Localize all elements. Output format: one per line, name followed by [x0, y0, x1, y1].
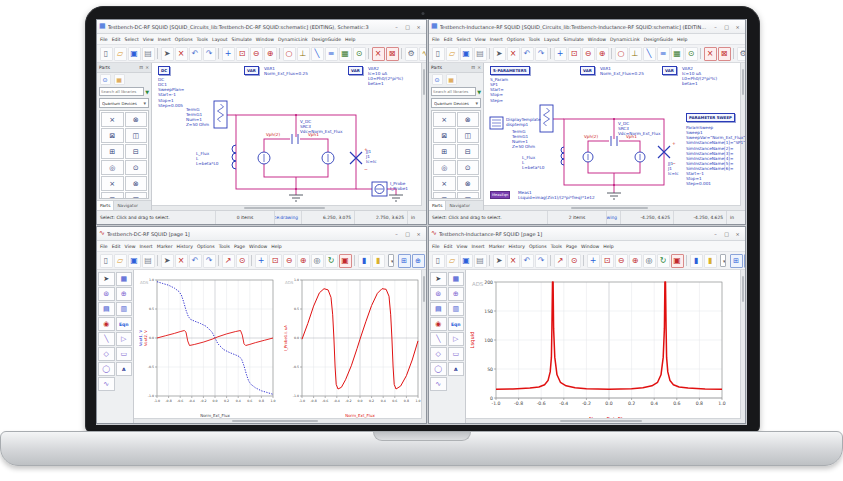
equation-icon[interactable]: Eqn	[116, 317, 133, 331]
list-plot-icon[interactable]: ▤	[430, 302, 447, 316]
plot-symbol-icon[interactable]: ∿	[98, 377, 115, 391]
menu-insert[interactable]: Insert	[140, 244, 153, 249]
open-folder-icon[interactable]: ▱	[446, 47, 459, 61]
zoom-in-icon[interactable]: ⊕	[297, 254, 310, 268]
smith-chart-icon[interactable]: ⊕	[116, 287, 133, 301]
quantum-part-icon[interactable]: ⊠	[101, 128, 124, 143]
insert-vtest-icon[interactable]: ▦	[671, 47, 684, 61]
menu-tools[interactable]: Tools	[551, 244, 562, 249]
schematic-canvas-dc-squid[interactable]: + − DCDC DC1 SweepPlan= Start=-1 Stop=1 …	[152, 63, 426, 210]
dataset-alt-icon[interactable]: ▮	[704, 254, 717, 268]
menu-insert[interactable]: Insert	[472, 244, 485, 249]
quantum-part-icon[interactable]: ⊗	[457, 112, 480, 127]
menu-tools[interactable]: Tools	[529, 37, 540, 42]
tuning-icon[interactable]: ∿	[419, 47, 427, 61]
library-browser-icon[interactable]: ▦	[446, 74, 457, 85]
quantum-part-icon[interactable]: ⊟	[457, 144, 480, 159]
menu-options[interactable]: Options	[507, 37, 525, 42]
redo-icon[interactable]: ↷	[203, 47, 216, 61]
maximize-button[interactable]: □	[402, 229, 413, 239]
marker-history-icon[interactable]: ⊙	[236, 254, 249, 268]
quantum-part-icon[interactable]: ⊞	[433, 144, 456, 159]
rect-plot-icon[interactable]: ▦	[448, 272, 465, 286]
zoom-in-view-icon[interactable]: ⊕	[412, 254, 425, 268]
zoom-fit-icon[interactable]: ⊞	[398, 254, 411, 268]
menu-options[interactable]: Options	[529, 244, 547, 249]
save-icon[interactable]: ▣	[460, 254, 473, 268]
new-file-icon[interactable]: ▯	[432, 254, 445, 268]
quantum-part-icon[interactable]: ⊠	[101, 192, 124, 199]
menu-page[interactable]: Page	[566, 244, 577, 249]
node-name-icon[interactable]: ⊙	[685, 47, 698, 61]
menu-layout[interactable]: Layout	[212, 37, 228, 42]
library-browser-icon[interactable]: ▦	[114, 74, 125, 85]
rect-plot-icon[interactable]: ▦	[116, 272, 133, 286]
menu-help[interactable]: Help	[677, 37, 687, 42]
zoom-in-view-icon[interactable]: ⊕	[744, 254, 746, 268]
short-component-icon[interactable]: ⊠	[718, 47, 731, 61]
select-cursor-icon[interactable]: ➤	[161, 254, 174, 268]
menu-help[interactable]: Help	[271, 244, 281, 249]
zoom-out-icon[interactable]: ⊖	[283, 254, 296, 268]
refresh-icon[interactable]: ↻	[325, 254, 338, 268]
dataset-combo[interactable]: Testbench_DC_RF_SQUID ▾	[388, 254, 394, 267]
print-icon[interactable]: ▤	[474, 47, 487, 61]
redo-icon[interactable]: ↷	[203, 254, 216, 268]
move-icon[interactable]: +	[554, 47, 567, 61]
save-icon[interactable]: ▣	[460, 47, 473, 61]
save-icon[interactable]: ▣	[128, 47, 141, 61]
print-icon[interactable]: ▤	[142, 254, 155, 268]
quantum-part-icon[interactable]: ⊞	[101, 144, 124, 159]
delete-icon[interactable]: ×	[507, 254, 520, 268]
menu-edit[interactable]: Edit	[444, 37, 453, 42]
select-cursor-icon[interactable]: ➤	[493, 47, 506, 61]
schematic-canvas-rf-squid[interactable]: + − S-PARAMETERSS_Param SP1 Start= Stop=…	[484, 63, 745, 210]
quantum-part-icon[interactable]: ⊠	[433, 192, 456, 199]
quantum-part-icon[interactable]: ⊙	[457, 160, 480, 175]
line-tool-icon[interactable]: ╲	[430, 332, 447, 346]
menu-window[interactable]: Window	[588, 37, 606, 42]
insert-marker-icon[interactable]: ↗	[222, 254, 235, 268]
antenna-plot-icon[interactable]: ◉	[98, 317, 115, 331]
polygon-tool-icon[interactable]: ◇	[430, 347, 447, 361]
quantum-part-icon[interactable]: ◎	[433, 160, 456, 175]
menu-options[interactable]: Options	[175, 37, 193, 42]
refresh-icon[interactable]: ↻	[657, 254, 670, 268]
tab-navigator[interactable]: Navigator	[114, 201, 141, 210]
parts-category-dropdown[interactable]: Quantum Devices ▾	[99, 98, 149, 108]
pointer-tool-icon[interactable]: ➤	[98, 272, 115, 286]
wire-label-icon[interactable]: ≡	[325, 47, 338, 61]
menu-file[interactable]: File	[432, 244, 440, 249]
zoom-area-icon[interactable]: ⊡	[269, 254, 282, 268]
print-icon[interactable]: ▤	[474, 254, 487, 268]
quantum-part-icon[interactable]: ⊗	[457, 176, 480, 191]
node-name-icon[interactable]: ⊙	[353, 47, 366, 61]
titlebar[interactable]: ▦ Testbench-Inductance-RF SQUID [SQUID_C…	[429, 20, 745, 34]
text-tool-icon[interactable]: A	[116, 362, 133, 376]
close-button[interactable]: ×	[732, 229, 743, 239]
redo-icon[interactable]: ↷	[535, 47, 548, 61]
stop-icon[interactable]: ▣	[339, 254, 352, 268]
insert-wire-icon[interactable]: ╲	[311, 47, 324, 61]
insert-wire-icon[interactable]: ╲	[643, 47, 656, 61]
quantum-part-icon[interactable]: ×	[101, 112, 124, 127]
titlebar[interactable]: ∿ Testbench-DC-RF SQUID [page 1] –□×	[97, 227, 426, 241]
zoom-in-icon[interactable]: ⊕	[629, 254, 642, 268]
menu-view[interactable]: View	[143, 37, 154, 42]
quantum-part-icon[interactable]: ◫	[125, 128, 148, 143]
select-cursor-icon[interactable]: ➤	[493, 254, 506, 268]
filter-funnel-icon[interactable]: ▼	[477, 89, 481, 95]
equation-icon[interactable]: Eqn	[448, 317, 465, 331]
rectangle-tool-icon[interactable]: ▭	[116, 347, 133, 361]
menu-help[interactable]: Help	[345, 37, 355, 42]
zoom-in-icon[interactable]: ⊕	[596, 47, 609, 61]
menu-edit[interactable]: Edit	[112, 244, 121, 249]
quantum-part-icon[interactable]: ×	[433, 112, 456, 127]
simulate-icon[interactable]: ⚙	[405, 47, 418, 61]
zoom-out-view-icon[interactable]: ⊖	[426, 254, 427, 268]
dataset-combo[interactable]: Testbench_Inductance_RF_SQUID ▾	[720, 254, 726, 267]
menu-layout[interactable]: Layout	[544, 37, 560, 42]
menu-page[interactable]: Page	[234, 244, 245, 249]
quantum-part-icon[interactable]: ⊠	[433, 128, 456, 143]
open-folder-icon[interactable]: ▱	[114, 47, 127, 61]
